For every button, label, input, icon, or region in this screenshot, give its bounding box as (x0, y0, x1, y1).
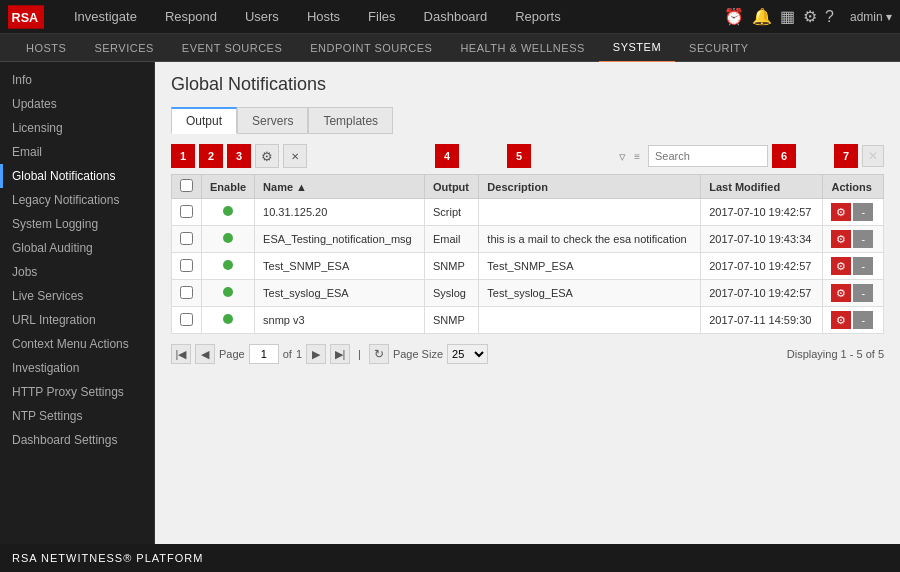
edit-action-btn[interactable]: ⚙ (831, 230, 851, 248)
row-checkbox[interactable] (180, 232, 193, 245)
table-row: snmp v3 SNMP 2017-07-11 14:59:30 ⚙ - (172, 307, 884, 334)
edit-action-btn[interactable]: ⚙ (831, 284, 851, 302)
row-checkbox-cell (172, 199, 202, 226)
sidebar-item-global-notifications[interactable]: Global Notifications (0, 164, 154, 188)
delete-action-btn[interactable]: - (853, 230, 873, 248)
sidebar-item-live-services[interactable]: Live Services (0, 284, 154, 308)
tab-event-sources[interactable]: EVENT SOURCES (168, 34, 296, 62)
settings-icon[interactable]: ⚙ (803, 7, 817, 26)
refresh-table-btn[interactable]: ↻ (369, 344, 389, 364)
tab-output[interactable]: Output (171, 107, 237, 134)
of-label: of (283, 348, 292, 360)
tab-endpoint-sources[interactable]: ENDPOINT SOURCES (296, 34, 446, 62)
toolbar-btn-2[interactable]: 2 (199, 144, 223, 168)
edit-action-btn[interactable]: ⚙ (831, 257, 851, 275)
top-nav-items: Investigate Respond Users Hosts Files Da… (60, 0, 724, 34)
displaying-info: Displaying 1 - 5 of 5 (787, 348, 884, 360)
sidebar-item-legacy-notifications[interactable]: Legacy Notifications (0, 188, 154, 212)
tab-security[interactable]: SECURITY (675, 34, 763, 62)
row-name: Test_SNMP_ESA (255, 253, 425, 280)
refresh-btn[interactable]: ✕ (283, 144, 307, 168)
bell-icon[interactable]: 🔔 (752, 7, 772, 26)
col-output: Output (424, 175, 478, 199)
nav-dashboard[interactable]: Dashboard (410, 0, 502, 34)
sidebar-item-global-auditing[interactable]: Global Auditing (0, 236, 154, 260)
table-row: Test_SNMP_ESA SNMP Test_SNMP_ESA 2017-07… (172, 253, 884, 280)
data-table: Enable Name ▲ Output Description Last Mo… (171, 174, 884, 334)
col-description: Description (479, 175, 701, 199)
gear-settings-btn[interactable]: ⚙ (255, 144, 279, 168)
nav-users[interactable]: Users (231, 0, 293, 34)
sidebar-item-context-menu[interactable]: Context Menu Actions (0, 332, 154, 356)
sidebar-item-http-proxy[interactable]: HTTP Proxy Settings (0, 380, 154, 404)
tab-templates[interactable]: Templates (308, 107, 393, 134)
nav-files[interactable]: Files (354, 0, 409, 34)
action-buttons: ⚙ - (831, 311, 875, 329)
enabled-indicator (223, 314, 233, 324)
main-content: Global Notifications Output Servers Temp… (155, 62, 900, 544)
col-check (172, 175, 202, 199)
sidebar-item-email[interactable]: Email (0, 140, 154, 164)
toolbar-btn-7[interactable]: 7 (834, 144, 858, 168)
toolbar-btn-3[interactable]: 3 (227, 144, 251, 168)
delete-action-btn[interactable]: - (853, 257, 873, 275)
first-page-btn[interactable]: |◀ (171, 344, 191, 364)
sidebar-item-ntp-settings[interactable]: NTP Settings (0, 404, 154, 428)
edit-action-btn[interactable]: ⚙ (831, 203, 851, 221)
row-checkbox[interactable] (180, 205, 193, 218)
next-page-btn[interactable]: ▶ (306, 344, 326, 364)
toolbar-btn-4[interactable]: 4 (435, 144, 459, 168)
filter-icon: ▿ (619, 149, 626, 164)
nav-hosts[interactable]: Hosts (293, 0, 354, 34)
tab-health[interactable]: HEALTH & WELLNESS (446, 34, 598, 62)
admin-menu[interactable]: admin ▾ (850, 10, 892, 24)
row-output: Syslog (424, 280, 478, 307)
action-buttons: ⚙ - (831, 203, 875, 221)
action-buttons: ⚙ - (831, 230, 875, 248)
sidebar-item-system-logging[interactable]: System Logging (0, 212, 154, 236)
row-checkbox[interactable] (180, 259, 193, 272)
nav-respond[interactable]: Respond (151, 0, 231, 34)
page-size-select[interactable]: 25 50 100 (447, 344, 488, 364)
rsa-logo: RSA (8, 5, 44, 29)
edit-action-btn[interactable]: ⚙ (831, 311, 851, 329)
tab-services[interactable]: SERVICES (80, 34, 167, 62)
nav-reports[interactable]: Reports (501, 0, 575, 34)
toolbar-btn-1[interactable]: 1 (171, 144, 195, 168)
toolbar-btn-6[interactable]: 6 (772, 144, 796, 168)
row-actions: ⚙ - (823, 226, 884, 253)
row-output: Email (424, 226, 478, 253)
tab-hosts[interactable]: HOSTS (12, 34, 80, 62)
total-pages: 1 (296, 348, 302, 360)
nav-investigate[interactable]: Investigate (60, 0, 151, 34)
search-input[interactable] (648, 145, 768, 167)
delete-action-btn[interactable]: - (853, 203, 873, 221)
nav-icons: ⏰ 🔔 ▦ ⚙ ? admin ▾ (724, 7, 892, 26)
delete-action-btn[interactable]: - (853, 311, 873, 329)
clock-icon[interactable]: ⏰ (724, 7, 744, 26)
sidebar-item-url-integration[interactable]: URL Integration (0, 308, 154, 332)
col-name[interactable]: Name ▲ (255, 175, 425, 199)
grid-icon[interactable]: ▦ (780, 7, 795, 26)
delete-action-btn[interactable]: - (853, 284, 873, 302)
last-page-btn[interactable]: ▶| (330, 344, 350, 364)
tab-system[interactable]: SYSTEM (599, 33, 675, 63)
tab-servers[interactable]: Servers (237, 107, 308, 134)
table-row: 10.31.125.20 Script 2017-07-10 19:42:57 … (172, 199, 884, 226)
page-size-label: Page Size (393, 348, 443, 360)
sidebar-item-updates[interactable]: Updates (0, 92, 154, 116)
sidebar-item-licensing[interactable]: Licensing (0, 116, 154, 140)
toolbar-btn-5[interactable]: 5 (507, 144, 531, 168)
prev-page-btn[interactable]: ◀ (195, 344, 215, 364)
close-search-btn[interactable]: ✕ (862, 145, 884, 167)
action-buttons: ⚙ - (831, 284, 875, 302)
sidebar-item-info[interactable]: Info (0, 68, 154, 92)
row-checkbox[interactable] (180, 313, 193, 326)
help-icon[interactable]: ? (825, 8, 834, 26)
sidebar-item-investigation[interactable]: Investigation (0, 356, 154, 380)
row-checkbox[interactable] (180, 286, 193, 299)
page-number-input[interactable] (249, 344, 279, 364)
select-all-checkbox[interactable] (180, 179, 193, 192)
sidebar-item-dashboard-settings[interactable]: Dashboard Settings (0, 428, 154, 452)
sidebar-item-jobs[interactable]: Jobs (0, 260, 154, 284)
